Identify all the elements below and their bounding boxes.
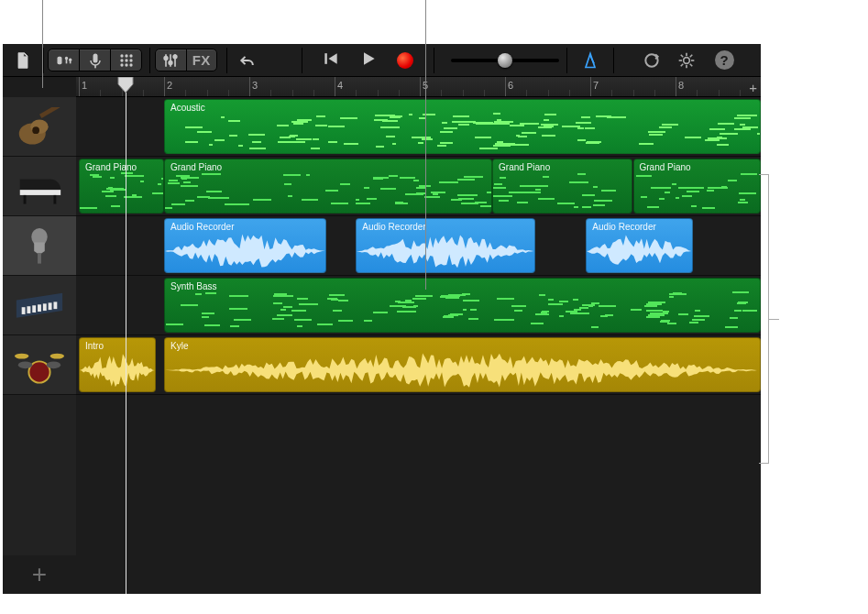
mixer-sliders-icon — [161, 51, 180, 70]
mic-icon — [86, 51, 104, 70]
grid-icon — [117, 51, 136, 70]
svg-point-13 — [120, 63, 123, 66]
track-lane-guitar[interactable]: Acoustic — [76, 97, 761, 157]
svg-rect-47 — [43, 303, 47, 311]
svg-point-12 — [129, 59, 132, 61]
metronome-button[interactable] — [575, 49, 606, 71]
track-controls-switch[interactable]: FX — [155, 49, 217, 71]
region-label: Audio Recorder — [592, 222, 686, 232]
ruler-number: 6 — [508, 80, 513, 91]
svg-rect-48 — [49, 302, 52, 310]
acoustic-guitar-icon — [13, 107, 66, 146]
track-controls-button[interactable] — [156, 49, 186, 71]
ruler[interactable]: + 12345678 — [76, 77, 761, 97]
svg-point-11 — [125, 59, 127, 61]
region[interactable]: Acoustic — [164, 99, 761, 154]
plus-icon: + — [32, 560, 47, 589]
undo-button[interactable] — [235, 49, 260, 71]
track-header-piano[interactable] — [3, 157, 76, 216]
svg-line-30 — [681, 54, 684, 57]
svg-rect-6 — [94, 65, 96, 68]
ruler-bar — [505, 77, 506, 96]
undo-icon — [238, 51, 257, 70]
track-header-vocal[interactable] — [3, 216, 76, 276]
svg-point-10 — [120, 59, 123, 61]
region[interactable]: Audio Recorder — [586, 218, 692, 273]
separator — [43, 48, 44, 73]
view-switch[interactable] — [48, 49, 142, 71]
svg-rect-45 — [32, 305, 36, 312]
separator — [434, 48, 434, 73]
svg-rect-5 — [93, 53, 97, 62]
play-button[interactable] — [359, 49, 378, 71]
region-label: Audio Recorder — [362, 222, 528, 232]
ruler-bar — [249, 77, 250, 96]
separator — [149, 48, 150, 73]
svg-point-7 — [120, 54, 123, 57]
svg-rect-0 — [57, 56, 61, 63]
master-volume-slider[interactable] — [451, 59, 559, 62]
ruler-bar — [590, 77, 591, 96]
svg-point-25 — [684, 57, 690, 63]
svg-rect-44 — [27, 306, 30, 313]
loop-browser-button[interactable] — [639, 49, 665, 71]
ruler-number: 7 — [593, 80, 599, 91]
region[interactable]: Kyle — [164, 337, 761, 392]
song-settings-button[interactable] — [674, 49, 699, 71]
region-label: Intro — [85, 341, 149, 351]
region[interactable]: Synth Bass — [164, 278, 761, 333]
svg-line-33 — [681, 63, 684, 66]
loop-icon — [643, 51, 661, 70]
help-button[interactable]: ? — [712, 49, 736, 71]
region[interactable]: Audio Recorder — [356, 218, 534, 273]
tracks-area[interactable]: AcousticGrand PianoGrand PianoGrand Pian… — [76, 97, 761, 594]
region[interactable]: Grand Piano — [79, 159, 164, 214]
track-lane-drums[interactable]: IntroKyle — [76, 335, 761, 395]
my-songs-button[interactable] — [8, 49, 38, 71]
region[interactable]: Intro — [79, 337, 156, 392]
toolbar: FX — [3, 44, 761, 77]
go-to-beginning-button[interactable] — [322, 49, 340, 71]
svg-rect-22 — [324, 53, 327, 64]
transport-controls — [312, 49, 423, 71]
track-header-synth[interactable] — [3, 276, 76, 335]
fx-button[interactable]: FX — [186, 49, 217, 71]
ruler-number: 4 — [337, 80, 343, 91]
svg-point-8 — [125, 54, 127, 57]
view-audio-recorder-button[interactable] — [79, 49, 110, 71]
region-label: Audio Recorder — [170, 222, 320, 232]
region[interactable]: Grand Piano — [164, 159, 492, 214]
view-tracks-button[interactable] — [49, 49, 79, 71]
track-header-guitar[interactable] — [3, 97, 76, 157]
svg-rect-39 — [24, 195, 27, 204]
track-header-drums[interactable] — [3, 335, 76, 395]
view-grid-button[interactable] — [110, 49, 141, 71]
svg-rect-4 — [69, 60, 71, 63]
go-to-start-icon — [322, 49, 340, 68]
record-icon — [397, 52, 413, 69]
svg-rect-49 — [53, 302, 57, 309]
svg-point-17 — [164, 56, 168, 60]
ruler-number: 3 — [252, 80, 258, 91]
add-section-button[interactable]: + — [749, 80, 757, 95]
track-lane-piano[interactable]: Grand PianoGrand PianoGrand PianoGrand P… — [76, 157, 761, 216]
tracks-doc-icon — [14, 51, 32, 70]
volume-knob[interactable] — [498, 53, 512, 68]
fx-label: FX — [192, 52, 211, 68]
separator — [226, 48, 227, 73]
record-button[interactable] — [397, 52, 413, 69]
region[interactable]: Audio Recorder — [164, 218, 326, 273]
region-label: Kyle — [170, 341, 754, 351]
app-window: FX — [3, 44, 761, 594]
add-track-button[interactable]: + — [3, 555, 76, 594]
svg-point-36 — [32, 126, 39, 134]
region[interactable]: Grand Piano — [633, 159, 762, 214]
track-lane-vocal[interactable]: Audio RecorderAudio RecorderAudio Record… — [76, 216, 761, 276]
svg-point-9 — [129, 54, 132, 57]
svg-point-21 — [173, 55, 177, 59]
region-label: Synth Bass — [170, 281, 754, 291]
play-icon — [359, 49, 378, 68]
track-lane-synth[interactable]: Synth Bass — [76, 276, 761, 335]
region[interactable]: Grand Piano — [492, 159, 632, 214]
microphone-icon — [13, 226, 66, 265]
